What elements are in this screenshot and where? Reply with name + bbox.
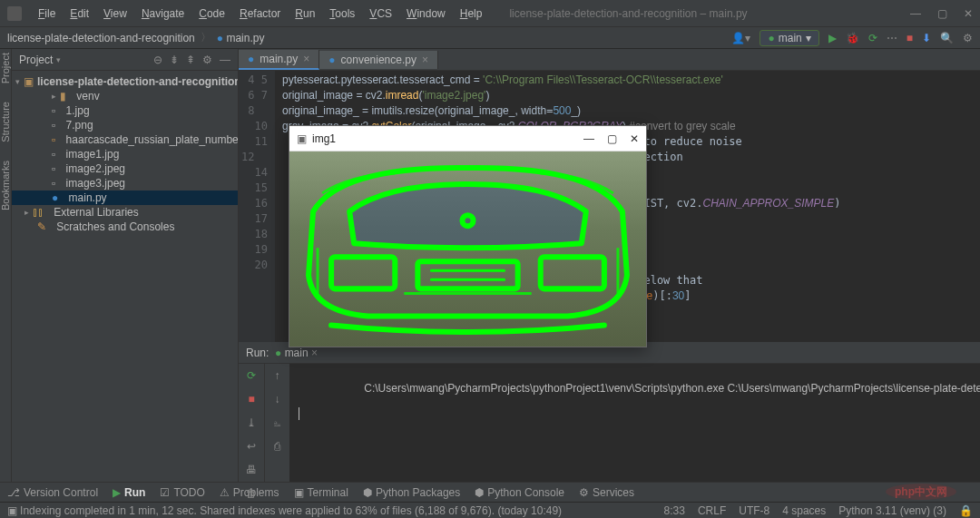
status-interpreter[interactable]: Python 3.11 (venv) (3) <box>838 504 946 517</box>
search-icon[interactable]: 🔍 <box>940 32 954 44</box>
project-tree: ▾▣ license-plate-detection-and-recogniti… <box>12 71 238 238</box>
run-toolbar: ⟳ ■ ⤓ ↩ 🖶 🗑 <box>239 364 264 482</box>
menu-refactor[interactable]: Refactor <box>234 5 286 22</box>
maximize-icon[interactable]: ▢ <box>937 7 947 20</box>
tree-item[interactable]: ▫ 1.jpg <box>12 103 238 118</box>
status-lock-icon[interactable]: 🔒 <box>959 504 973 517</box>
close-icon[interactable]: ✕ <box>964 7 973 20</box>
caret <box>299 407 299 420</box>
project-header: Project ▾ ⊖ ⇟ ⇞ ⚙ — <box>12 49 238 71</box>
menu-tools[interactable]: Tools <box>324 5 360 22</box>
rerun-icon[interactable]: ⟳ <box>247 369 256 382</box>
titlebar: FileEditViewNavigateCodeRefactorRunTools… <box>0 0 980 27</box>
tw-todo[interactable]: ☑ TODO <box>160 486 204 499</box>
tree-item[interactable]: ▫ image3.jpeg <box>12 176 238 191</box>
run-config-selector[interactable]: ● main ▾ <box>760 30 818 46</box>
menu-help[interactable]: Help <box>455 5 488 22</box>
run-config-label: main <box>779 32 802 44</box>
tw-run[interactable]: ▶ Run <box>113 486 145 499</box>
coverage-icon[interactable]: ⟳ <box>868 32 877 44</box>
menu-vcs[interactable]: VCS <box>364 5 397 22</box>
menu-code[interactable]: Code <box>193 5 230 22</box>
print-icon[interactable]: 🖶 <box>246 464 257 476</box>
breadcrumb-file[interactable]: main.py <box>226 32 264 44</box>
locate-icon[interactable]: ⊖ <box>153 54 162 66</box>
project-pane: Project ▾ ⊖ ⇟ ⇞ ⚙ — ▾▣ license-plate-det… <box>12 49 239 482</box>
tree-scratches[interactable]: ✎ Scratches and Consoles <box>12 220 238 234</box>
popup-titlebar[interactable]: ▣ img1 — ▢ ✕ <box>289 126 646 151</box>
up-icon[interactable]: ↑ <box>275 369 280 382</box>
menu-run[interactable]: Run <box>289 5 320 22</box>
settings-icon[interactable]: ⚙ <box>963 32 973 44</box>
window-controls: — ▢ ✕ <box>910 7 973 20</box>
tw-version-control[interactable]: ⎇ Version Control <box>7 486 98 499</box>
tree-item[interactable]: ▫ image1.jpg <box>12 147 238 161</box>
editor-tab[interactable]: ●main.py× <box>239 50 319 70</box>
tree-root[interactable]: ▾▣ license-plate-detection-and-recogniti… <box>12 74 238 89</box>
svg-rect-1 <box>541 257 604 288</box>
menu-edit[interactable]: Edit <box>64 5 94 22</box>
popup-image <box>289 151 646 347</box>
popup-title-text: img1 <box>312 132 336 145</box>
profile-icon[interactable]: ⋯ <box>887 32 897 44</box>
filter-icon[interactable]: ⎁ <box>274 416 280 429</box>
car-contour-illustration <box>295 157 641 347</box>
tree-external-libraries[interactable]: ▸⫿⫿ External Libraries <box>12 205 238 220</box>
status-indent[interactable]: 4 spaces <box>782 504 826 517</box>
tree-item[interactable]: ▸▮ venv <box>12 89 238 103</box>
popup-icon: ▣ <box>297 132 307 145</box>
tw-services[interactable]: ⚙ Services <box>579 486 634 499</box>
rail-bookmarks[interactable]: Bookmarks <box>0 161 11 210</box>
tree-item[interactable]: ▫ image2.jpeg <box>12 161 238 176</box>
gear-icon[interactable]: ⚙ <box>202 54 212 66</box>
navigation-bar: license-plate-detection-and-recognition … <box>0 27 980 49</box>
tree-item[interactable]: ▫ haarcascade_russian_plate_number.xml <box>12 132 238 147</box>
rail-project[interactable]: Project <box>0 53 11 83</box>
tw-python-console[interactable]: ⬢ Python Console <box>475 486 564 499</box>
run-icon[interactable]: ▶ <box>828 32 837 44</box>
run-output[interactable]: C:\Users\mwang\PycharmProjects\pythonPro… <box>289 364 980 482</box>
status-message: Indexing completed in 1 min, 12 sec. Sha… <box>20 504 562 517</box>
status-encoding[interactable]: UTF-8 <box>739 504 769 517</box>
tw-terminal[interactable]: ▣ Terminal <box>294 486 348 499</box>
bottom-toolwindow-bar: ⎇ Version Control ▶ Run ☑ TODO ⚠ Problem… <box>0 482 980 502</box>
stop-icon[interactable]: ■ <box>906 32 913 44</box>
app-logo <box>7 6 22 21</box>
stop-run-icon[interactable]: ■ <box>248 393 254 406</box>
menu-window[interactable]: Window <box>401 5 451 22</box>
status-line-sep[interactable]: CRLF <box>698 504 726 517</box>
breadcrumb-root[interactable]: license-plate-detection-and-recognition <box>7 32 195 44</box>
svg-rect-0 <box>331 257 395 288</box>
down-icon[interactable]: ↓ <box>275 393 280 406</box>
minimize-icon[interactable]: — <box>910 7 921 20</box>
tree-item[interactable]: ▫ 7.png <box>12 118 238 132</box>
tree-item[interactable]: ● main.py <box>12 191 238 205</box>
menu-navigate[interactable]: Navigate <box>136 5 190 22</box>
main-menu: FileEditViewNavigateCodeRefactorRunTools… <box>33 5 487 22</box>
svg-rect-2 <box>417 261 517 288</box>
run-toolbar-2: ↑ ↓ ⎁ ⎙ <box>264 364 289 482</box>
status-caret-pos[interactable]: 8:33 <box>664 504 685 517</box>
popup-close-icon[interactable]: ✕ <box>630 132 639 145</box>
collapse-icon[interactable]: ⇞ <box>186 54 195 66</box>
debug-icon[interactable]: 🐞 <box>846 32 859 44</box>
hide-icon[interactable]: — <box>220 54 230 66</box>
rail-structure[interactable]: Structure <box>0 102 11 142</box>
menu-view[interactable]: View <box>98 5 132 22</box>
update-icon[interactable]: ⬇ <box>922 32 931 44</box>
trash-icon[interactable]: 🗑 <box>246 487 257 500</box>
expand-icon[interactable]: ⇟ <box>170 54 179 66</box>
user-icon[interactable]: 👤▾ <box>731 32 750 44</box>
wrap-icon[interactable]: ↩ <box>247 440 256 453</box>
run-panel: Run: ● main × ⚙ — ⟳ ■ ⤓ ↩ 🖶 🗑 ↑ <box>239 342 980 482</box>
popup-minimize-icon[interactable]: — <box>583 132 594 145</box>
tw-python-packages[interactable]: ⬢ Python Packages <box>363 486 460 499</box>
project-header-label: Project <box>19 54 53 66</box>
editor-tab[interactable]: ●convenience.py× <box>319 51 438 69</box>
scroll-icon[interactable]: ⤓ <box>247 416 256 429</box>
popup-maximize-icon[interactable]: ▢ <box>607 132 617 145</box>
status-bar: ▣ Indexing completed in 1 min, 12 sec. S… <box>0 502 980 518</box>
export-icon[interactable]: ⎙ <box>274 440 280 453</box>
image-preview-window[interactable]: ▣ img1 — ▢ ✕ <box>289 125 647 347</box>
menu-file[interactable]: File <box>33 5 61 22</box>
